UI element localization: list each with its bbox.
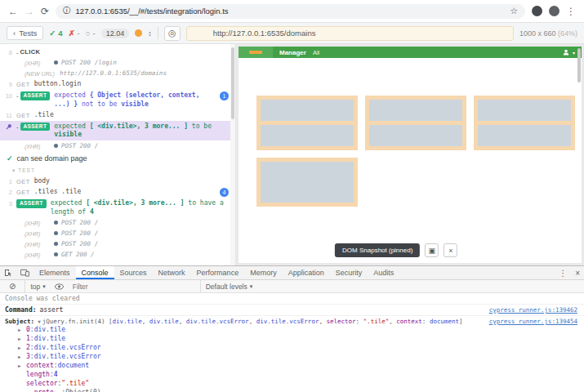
subject-log-line[interactable]: Subject:▼jQuery.fn.init(4) [div.tile, di… <box>5 318 483 325</box>
crosshair-icon: ◎ <box>168 28 176 38</box>
bookmark-star-icon[interactable]: ☆ <box>510 6 518 16</box>
forward-icon[interactable]: → <box>25 7 34 16</box>
command-name: GET <box>16 188 30 197</box>
object-property[interactable]: selector: ".tile" <box>5 379 577 388</box>
browser-toolbar: ← → ⟳ ⓘ 127.0.0.1:6535/__/#/tests/integr… <box>0 0 584 23</box>
tab-audits[interactable]: Audits <box>368 266 399 279</box>
user-icon[interactable] <box>563 49 569 56</box>
log-row[interactable]: 9GETbutton.login <box>0 79 235 91</box>
log-row[interactable]: 2GET.tiles .tile4 <box>0 187 235 198</box>
source-link[interactable]: cypress_runner.js:139454 <box>489 318 577 325</box>
log-row[interactable]: 10-ASSERTexpected { Object (selector, co… <box>0 91 235 110</box>
back-icon[interactable]: ← <box>8 7 18 16</box>
object-property[interactable]: ▶1: div.tile <box>5 334 577 343</box>
console-filter-input[interactable] <box>73 283 195 291</box>
check-icon: ✓ <box>49 29 56 38</box>
tab-network[interactable]: Network <box>153 266 191 279</box>
log-row[interactable]: 1GETbody <box>0 176 235 187</box>
expand-arrow-icon: ▶ <box>18 353 24 360</box>
snapshot-close-button[interactable]: × <box>444 243 457 257</box>
eye-icon[interactable] <box>51 283 68 290</box>
tab-sources[interactable]: Sources <box>114 266 153 279</box>
scale-toggle-icon[interactable]: ↕ <box>148 29 152 38</box>
app-tile[interactable] <box>256 158 358 207</box>
log-row[interactable]: (XHR)GET 200 / <box>0 250 235 261</box>
tab-security[interactable]: Security <box>330 266 368 279</box>
chrome-menu-icon[interactable]: ⋮ <box>566 7 576 16</box>
app-logo[interactable] <box>239 47 273 58</box>
selector-playground-button[interactable]: ◎ <box>164 26 181 41</box>
reporter-scrollbar[interactable] <box>230 44 235 265</box>
app-tile[interactable] <box>474 96 575 150</box>
pin-icon <box>0 122 16 133</box>
address-bar[interactable]: ⓘ 127.0.0.1:6535/__/#/tests/integration/… <box>56 4 525 19</box>
tab-performance[interactable]: Performance <box>191 266 245 279</box>
console-toolbar: ⊘ top ▾ Default levels ▾ <box>0 280 584 293</box>
request-type-label: (XHR) <box>25 59 49 67</box>
log-row[interactable]: (XHR)POST 200 / <box>0 229 235 239</box>
aut-url-field[interactable]: http://127.0.0.1:6535/domains <box>186 26 514 41</box>
nav-caret-icon[interactable]: ▾ <box>573 50 575 56</box>
test-title[interactable]: ✓can see domain page <box>0 151 235 165</box>
app-tile[interactable] <box>256 96 358 150</box>
request-text: http://127.0.0.1:6535/domains <box>60 69 167 78</box>
tab-console[interactable]: Console <box>76 266 114 279</box>
log-levels-selector[interactable]: Default levels ▾ <box>206 283 253 291</box>
scrollbar-thumb[interactable] <box>231 47 234 119</box>
device-toolbar-icon[interactable] <box>16 266 33 279</box>
app-brand[interactable]: Manager <box>279 49 306 56</box>
fail-icon: ✗ <box>69 29 75 38</box>
object-property[interactable]: ▶__proto__: Object(0) <box>5 388 577 392</box>
site-info-icon[interactable]: ⓘ <box>63 6 71 16</box>
profile-avatar[interactable] <box>549 6 559 16</box>
log-row[interactable]: (XHR)POST 200 / <box>0 218 235 229</box>
object-preview-segment: div.tile.vcsError <box>256 318 319 325</box>
element-count-badge: 4 <box>220 188 229 197</box>
request-text: POST 200 / <box>61 229 98 238</box>
inspect-element-icon[interactable] <box>0 266 16 279</box>
tile-content-box <box>369 125 462 146</box>
caret-down-icon: ▾ <box>42 283 46 290</box>
row-number <box>0 229 16 230</box>
log-row[interactable]: -ASSERTexpected [ <div.tile>, 3 more... … <box>0 121 235 140</box>
tab-elements[interactable]: Elements <box>33 266 76 279</box>
devtools-menu-icon[interactable]: ⋮ <box>555 266 571 279</box>
log-row[interactable]: 3ASSERTexpected [ <div.tile>, 3 more... … <box>0 198 235 218</box>
property-key: __proto__ <box>26 389 61 392</box>
assert-message: expected { Object (selector, context, ..… <box>54 91 215 109</box>
row-number: 9 <box>0 80 16 89</box>
object-property[interactable]: ▶3: div.tile.vcsError <box>5 352 577 361</box>
reload-icon[interactable]: ⟳ <box>41 7 49 16</box>
row-number: 10 <box>0 91 16 100</box>
log-section-header[interactable]: ▾TEST <box>0 165 235 176</box>
property-value: 4 <box>54 371 58 378</box>
log-row[interactable]: 8-CLICK <box>0 47 235 58</box>
object-preview-segment: jQuery.fn.init(4) <box>42 318 109 325</box>
request-dot-icon <box>54 60 58 65</box>
frame-selector[interactable]: top ▾ <box>30 283 45 291</box>
object-property[interactable]: ▶2: div.tile.vcsError <box>5 343 577 352</box>
devtools-close-icon[interactable]: × <box>571 266 584 279</box>
object-property[interactable]: ▶context: document <box>5 361 577 370</box>
log-row[interactable]: (NEW URL)http://127.0.0.1:6535/domains <box>0 69 235 79</box>
extension-icon[interactable] <box>532 6 542 16</box>
cypress-toolbar: ‹ Tests ✓ 4 ✗ - ○ - 12.04 ↕ ◎ http://127… <box>0 23 584 44</box>
app-tile[interactable] <box>365 96 466 150</box>
clear-console-icon[interactable]: ⊘ <box>5 282 20 291</box>
source-link[interactable]: cypress_runner.js:139462 <box>489 306 577 314</box>
tests-button[interactable]: ‹ Tests <box>7 26 43 40</box>
object-preview-segment: : <box>422 318 430 325</box>
command-name: CLICK <box>20 48 41 56</box>
assert-message: expected [ <div.tile>, 3 more... ] to ha… <box>51 199 229 216</box>
log-row[interactable]: 11GET.tile <box>0 109 235 121</box>
nav-item-all[interactable]: All <box>313 49 319 56</box>
preview-scrollbar[interactable] <box>577 48 581 82</box>
object-property[interactable]: length: 4 <box>5 370 577 379</box>
log-row[interactable]: (XHR)POST 200 / <box>0 239 235 250</box>
log-row[interactable]: (XHR)POST 200 / <box>0 140 235 151</box>
log-row[interactable]: (XHR)POST 200 /login <box>0 58 235 69</box>
tab-application[interactable]: Application <box>283 266 330 279</box>
tab-memory[interactable]: Memory <box>244 266 283 279</box>
snapshot-toggle-button[interactable]: ▣ <box>425 243 439 257</box>
object-property[interactable]: ▶0: div.tile <box>5 325 577 334</box>
